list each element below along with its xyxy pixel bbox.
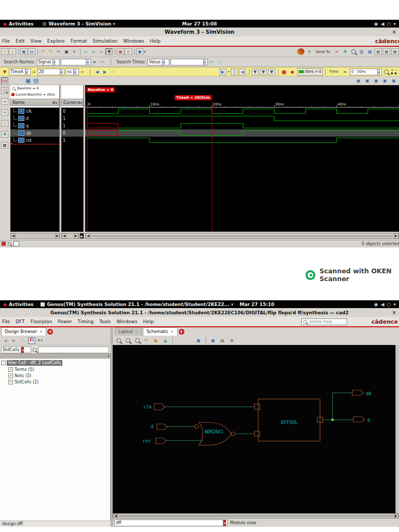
copy-icon[interactable]: ▣ (63, 48, 70, 55)
port-rst[interactable] (156, 438, 166, 444)
tree-header[interactable]: ▾ (0, 353, 110, 358)
name-column-header[interactable]: Name ⊛ ▾ (10, 99, 59, 106)
rewind-icon[interactable]: ◀ (239, 69, 246, 75)
waveform-canvas[interactable]: Baseline = 0 TimeA = 20(0)ns 010ns20ns30… (85, 85, 399, 232)
signal-row[interactable]: ≈rst (10, 137, 59, 144)
sort-az-icon[interactable]: A↓ (37, 337, 44, 344)
cursor-gear-icon[interactable]: ⊛ (77, 100, 81, 105)
menu-format[interactable]: Format (71, 38, 87, 44)
register-view-icon[interactable]: ▦ (117, 48, 124, 55)
marker-toggle-icon[interactable]: ▼ (105, 48, 113, 55)
menu-windows[interactable]: Windows (123, 38, 144, 44)
accessibility-2-icon[interactable]: ◉ (374, 302, 378, 307)
tab-schematic[interactable]: Schematic× (143, 327, 178, 336)
new-waveform-window-icon[interactable]: ▤ (28, 48, 35, 55)
schematic-canvas-wrap[interactable]: clk d rst qb q NOR2BX1 DFFQXL (113, 345, 399, 513)
menu-windows[interactable]: Windows (116, 319, 137, 324)
add-icon[interactable]: + (305, 48, 313, 55)
strip-tree-icon[interactable]: ♣ (1, 131, 8, 138)
zoom-out-icon[interactable] (124, 337, 131, 344)
txe-mode-icon[interactable]: TxE (1, 77, 8, 84)
print-icon[interactable]: ▤ (219, 337, 226, 344)
tray-caret-2-icon[interactable]: ▾ (393, 302, 396, 307)
prev-page-icon[interactable] (176, 337, 183, 344)
find-next-icon[interactable]: ∞ (99, 59, 106, 65)
tree-root-label[interactable]: Hier Cell - dff, 2 LeafCells (7, 360, 62, 366)
tree-item[interactable]: +Nets (5) (0, 373, 110, 379)
online-help-search[interactable]: online help (301, 318, 347, 325)
menu-view[interactable]: View (31, 38, 42, 44)
tree-item[interactable]: +Terms (5) (0, 366, 110, 373)
find-prev-icon[interactable]: ∞ (91, 59, 98, 65)
prev-edge-icon[interactable]: ◀ (94, 69, 101, 75)
search-time-next-icon[interactable]: ≈ (216, 59, 223, 65)
zoom-fit-icon[interactable] (134, 337, 141, 344)
signal-row[interactable]: ≈d (10, 115, 59, 122)
run-time-chip[interactable]: 50ns + 0 (297, 68, 323, 76)
status-zoom-icon[interactable] (8, 242, 11, 245)
pause-icon[interactable]: ∥ (231, 69, 238, 75)
signal-row[interactable]: ≈clk (10, 108, 59, 115)
hierarchy-icon[interactable]: ▣ (195, 337, 202, 344)
expand-icon[interactable]: + (8, 380, 13, 384)
redo-icon[interactable]: ↷ (47, 48, 55, 55)
dock-1-icon[interactable]: ▣ (355, 77, 362, 84)
port-qb[interactable] (352, 390, 364, 395)
settings-gear-icon[interactable]: ⊛ (228, 337, 235, 344)
menu-help[interactable]: Help (150, 38, 161, 44)
search-targets-icon[interactable]: ∞ (333, 48, 340, 55)
next-edge-icon[interactable]: ▶ (101, 69, 109, 75)
menu-file[interactable]: File (2, 38, 10, 44)
window-menu-caret-2-icon[interactable]: ▾ (231, 302, 234, 307)
time-range-input[interactable]: 0 : 50ns▾ (350, 69, 382, 75)
schematic-hscrollbar[interactable]: ◀ ▶ (113, 513, 399, 518)
cells[interactable] (154, 390, 365, 445)
nav-forward-icon[interactable]: ▶ (10, 337, 18, 344)
search-names-mode[interactable]: Signal▾ (37, 59, 60, 65)
clock-2[interactable]: Mar 27 15:10 (240, 302, 274, 307)
close-icon[interactable]: × (392, 29, 396, 35)
tray-caret-icon[interactable]: ▾ (393, 21, 396, 26)
cut-signal-icon[interactable]: ≈ (98, 48, 105, 55)
titlebar-1[interactable]: Waveform 3 - SimVision × (0, 28, 399, 37)
system-tray-2[interactable]: ◉ ◀ ○ ▾ (374, 302, 396, 307)
browser-search-icon[interactable] (32, 348, 36, 352)
menu-file[interactable]: File (2, 319, 10, 324)
cut-icon[interactable]: ✂ (55, 48, 62, 55)
cursor-column-header[interactable]: Cursor ⊛ ▾ (61, 99, 83, 106)
hierarchy-tree[interactable]: ▾ − Hier Cell - dff, 2 LeafCells +Terms … (0, 353, 111, 521)
cursor-baseline-row[interactable]: Cursor-Baseline = 20ns (10, 91, 59, 98)
browser-search-input[interactable] (38, 347, 109, 353)
cursor-marker-icon[interactable]: ▼ (1, 69, 8, 75)
status-stop-icon[interactable] (2, 242, 6, 246)
run-menu-icon[interactable]: · (228, 67, 230, 77)
schematic-canvas[interactable]: clk d rst qb q NOR2BX1 DFFQXL (113, 345, 399, 513)
search-times-mode[interactable]: Value▾ (148, 59, 169, 65)
dock-4-icon[interactable]: ▣ (381, 77, 389, 84)
waveform-icon[interactable]: ▦ (366, 48, 374, 55)
new-window-icon[interactable]: ▯ (1, 48, 8, 55)
volume-icon[interactable]: ◀ (381, 21, 384, 26)
tab-layout[interactable]: Layout× (115, 327, 142, 336)
time-stack-icon[interactable]: ≡ (341, 69, 349, 75)
page-icon[interactable]: ▯ (125, 48, 132, 55)
port-q[interactable] (353, 417, 365, 422)
source-browser-icon[interactable]: ▥ (358, 48, 365, 55)
time-selector[interactable]: TimeA▾ (9, 69, 31, 75)
power-2-icon[interactable]: ○ (387, 302, 391, 307)
power-icon[interactable]: ○ (387, 21, 391, 26)
menu-power[interactable]: Power (58, 319, 72, 324)
new-window-2-icon[interactable]: ▣ (209, 337, 217, 344)
name-gear-icon[interactable]: ⊛ (52, 100, 56, 105)
signal-row[interactable]: ≈q (10, 122, 59, 129)
time-value-input[interactable]: 20▾ (37, 69, 64, 75)
strip-signal-icon[interactable]: ≈ (1, 109, 8, 116)
menu-tools[interactable]: Tools (99, 319, 111, 324)
dock-3-icon[interactable]: ▣ (373, 77, 380, 84)
table-3-icon[interactable]: ▦ (391, 48, 398, 55)
strip-grid-icon[interactable]: ▦ (1, 142, 8, 149)
dock-2-icon[interactable]: ▣ (364, 77, 371, 84)
breakpoint-1-icon[interactable]: ▼ (251, 69, 259, 75)
show-instances-icon[interactable]: Fl (28, 337, 35, 344)
add-tab-icon[interactable]: + (47, 329, 53, 335)
